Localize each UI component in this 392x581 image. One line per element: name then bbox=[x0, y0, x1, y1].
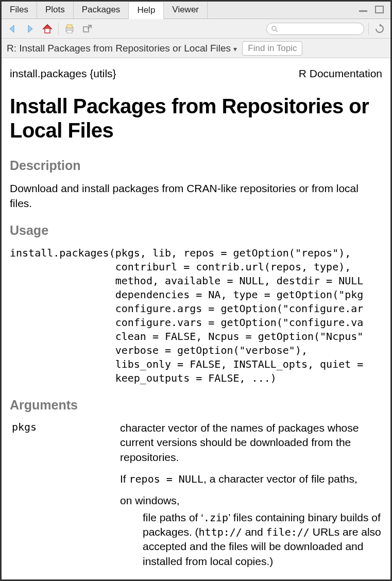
help-search-box[interactable] bbox=[266, 23, 364, 35]
argument-desc-pkgs: character vector of the names of package… bbox=[120, 421, 382, 576]
arg-pkgs-p4: file paths of ‘.zip’ files containing bi… bbox=[120, 510, 382, 569]
search-icon bbox=[271, 25, 278, 32]
svg-rect-1 bbox=[376, 6, 383, 13]
svg-rect-5 bbox=[83, 27, 89, 32]
code-zip: .zip bbox=[203, 511, 228, 524]
tab-files[interactable]: Files bbox=[2, 2, 37, 19]
arg-pkgs-p3: on windows, bbox=[120, 493, 382, 508]
tab-packages[interactable]: Packages bbox=[74, 2, 129, 19]
forward-icon[interactable] bbox=[23, 22, 37, 36]
pane-tabs: Files Plots Packages Help Viewer bbox=[2, 2, 390, 19]
usage-code-block: install.packages(pkgs, lib, repos = getO… bbox=[10, 246, 382, 385]
maximize-pane-icon[interactable] bbox=[373, 3, 386, 16]
refresh-icon[interactable] bbox=[373, 22, 386, 36]
home-icon[interactable] bbox=[41, 22, 54, 36]
back-icon[interactable] bbox=[6, 22, 19, 36]
code-repos-null: repos = NULL bbox=[129, 473, 204, 485]
arg-pkgs-p2: If repos = NULL, a character vector of f… bbox=[120, 472, 382, 486]
code-file: file:// bbox=[266, 526, 310, 538]
toolbar-separator-2 bbox=[368, 23, 369, 35]
pane-window-controls bbox=[356, 2, 390, 19]
help-content[interactable]: install.packages {utils} R Documentation… bbox=[2, 58, 390, 579]
svg-rect-0 bbox=[359, 10, 367, 12]
help-toolbar bbox=[2, 19, 390, 39]
print-icon[interactable] bbox=[63, 22, 76, 36]
arguments-table: pkgs character vector of the names of pa… bbox=[10, 421, 382, 576]
tab-help[interactable]: Help bbox=[129, 2, 164, 19]
popout-icon[interactable] bbox=[80, 22, 94, 36]
section-usage-heading: Usage bbox=[10, 223, 382, 238]
help-subbar: R: Install Packages from Repositories or… bbox=[2, 39, 390, 58]
tab-plots[interactable]: Plots bbox=[37, 2, 74, 19]
svg-point-6 bbox=[272, 26, 276, 30]
tab-viewer[interactable]: Viewer bbox=[164, 2, 208, 19]
find-in-topic-input[interactable]: Find in Topic bbox=[242, 41, 302, 56]
package-function-label: install.packages {utils} bbox=[10, 67, 116, 80]
r-documentation-label: R Documentation bbox=[299, 67, 382, 80]
svg-rect-3 bbox=[67, 25, 72, 28]
description-text: Download and install packages from CRAN-… bbox=[10, 181, 382, 211]
section-description-heading: Description bbox=[10, 158, 382, 173]
code-http: http:// bbox=[199, 526, 242, 538]
page-title: Install Packages from Repositories or Lo… bbox=[10, 94, 382, 143]
svg-rect-4 bbox=[67, 30, 72, 33]
argument-name-pkgs: pkgs bbox=[10, 421, 108, 576]
chevron-down-icon: ▾ bbox=[233, 45, 237, 53]
help-breadcrumb[interactable]: R: Install Packages from Repositories or… bbox=[7, 43, 237, 54]
toolbar-separator bbox=[58, 23, 59, 35]
arg-pkgs-p1: character vector of the names of package… bbox=[120, 421, 382, 465]
section-arguments-heading: Arguments bbox=[10, 398, 382, 413]
help-search-input[interactable] bbox=[278, 24, 360, 33]
minimize-pane-icon[interactable] bbox=[356, 3, 370, 16]
